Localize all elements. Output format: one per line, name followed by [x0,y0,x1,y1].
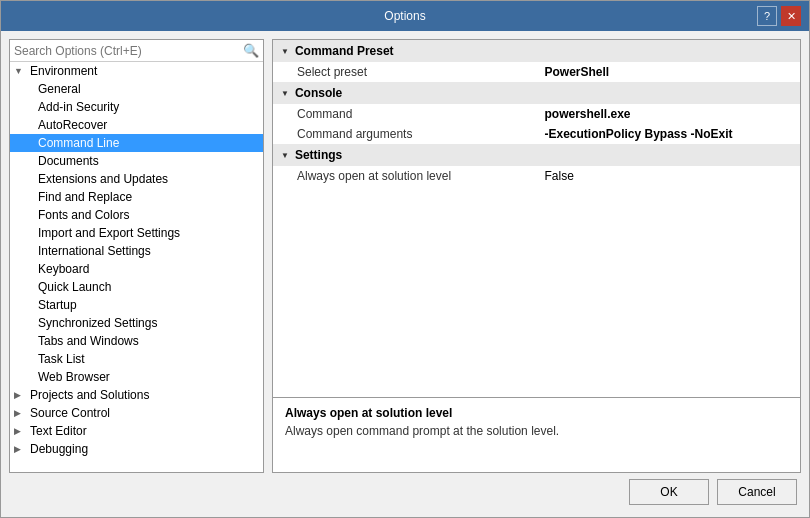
settings-row-command[interactable]: Command powershell.exe [273,104,800,124]
expand-arrow: ▼ [14,66,30,76]
tree-item-label: Task List [38,352,259,366]
tree-item-label: Keyboard [38,262,259,276]
tree-item-label: Environment [30,64,259,78]
tree-item-web-browser[interactable]: Web Browser [10,368,263,386]
expand-arrow: ▶ [14,390,30,400]
section-header-label: Settings [295,148,342,162]
dialog-title: Options [53,9,757,23]
settings-row-always-open[interactable]: Always open at solution level False [273,166,800,186]
tree-item-addin-security[interactable]: Add-in Security [10,98,263,116]
tree-item-international[interactable]: International Settings [10,242,263,260]
settings-panel: ▼ Command Preset Select preset PowerShel… [272,39,801,398]
dialog-content: 🔍 ▼ Environment General Add-in Security [9,39,801,473]
setting-value: False [545,169,793,183]
tree-item-documents[interactable]: Documents [10,152,263,170]
help-button[interactable]: ? [757,6,777,26]
section-header-label: Command Preset [295,44,394,58]
tree-item-label: Text Editor [30,424,259,438]
tree-item-label: Tabs and Windows [38,334,259,348]
tree-item-label: Documents [38,154,259,168]
section-collapse-icon: ▼ [281,89,289,98]
expand-arrow: ▶ [14,426,30,436]
tree-item-label: Web Browser [38,370,259,384]
tree-item-command-line[interactable]: Command Line [10,134,263,152]
section-collapse-icon: ▼ [281,151,289,160]
tree-item-task-list[interactable]: Task List [10,350,263,368]
setting-value: PowerShell [545,65,793,79]
expand-arrow: ▶ [14,408,30,418]
tree-item-label: Command Line [38,136,259,150]
tree-item-tabs-windows[interactable]: Tabs and Windows [10,332,263,350]
setting-key: Command [297,107,545,121]
tree-item-debugging[interactable]: ▶ Debugging [10,440,263,458]
tree-item-synchronized-settings[interactable]: Synchronized Settings [10,314,263,332]
dialog-footer: OK Cancel [9,473,801,509]
search-input[interactable] [14,44,243,58]
tree-item-general[interactable]: General [10,80,263,98]
settings-row-command-args[interactable]: Command arguments -ExecutionPolicy Bypas… [273,124,800,144]
section-header-console: ▼ Console [273,82,800,104]
right-panel: ▼ Command Preset Select preset PowerShel… [272,39,801,473]
section-header-command-preset: ▼ Command Preset [273,40,800,62]
section-header-label: Console [295,86,342,100]
tree-item-label: AutoRecover [38,118,259,132]
settings-row-select-preset[interactable]: Select preset PowerShell [273,62,800,82]
tree-item-startup[interactable]: Startup [10,296,263,314]
search-box[interactable]: 🔍 [10,40,263,62]
cancel-button[interactable]: Cancel [717,479,797,505]
tree-item-label: Synchronized Settings [38,316,259,330]
tree-item-label: Quick Launch [38,280,259,294]
tree-item-source-control[interactable]: ▶ Source Control [10,404,263,422]
tree-item-label: Fonts and Colors [38,208,259,222]
tree-item-label: Projects and Solutions [30,388,259,402]
setting-key: Command arguments [297,127,545,141]
tree-item-keyboard[interactable]: Keyboard [10,260,263,278]
tree-item-projects-solutions[interactable]: ▶ Projects and Solutions [10,386,263,404]
setting-value: powershell.exe [545,107,793,121]
tree-item-extensions-updates[interactable]: Extensions and Updates [10,170,263,188]
tree-item-label: General [38,82,259,96]
ok-button[interactable]: OK [629,479,709,505]
tree-item-label: Startup [38,298,259,312]
tree-item-find-replace[interactable]: Find and Replace [10,188,263,206]
description-panel: Always open at solution level Always ope… [272,398,801,473]
section-header-settings: ▼ Settings [273,144,800,166]
tree-item-label: Import and Export Settings [38,226,259,240]
tree-item-fonts-colors[interactable]: Fonts and Colors [10,206,263,224]
search-icon: 🔍 [243,43,259,58]
tree-item-environment[interactable]: ▼ Environment [10,62,263,80]
tree-view: ▼ Environment General Add-in Security Au… [10,62,263,472]
left-panel: 🔍 ▼ Environment General Add-in Security [9,39,264,473]
tree-item-label: Find and Replace [38,190,259,204]
tree-item-label: Debugging [30,442,259,456]
section-collapse-icon: ▼ [281,47,289,56]
setting-value: -ExecutionPolicy Bypass -NoExit [545,127,793,141]
expand-arrow: ▶ [14,444,30,454]
dialog-body: 🔍 ▼ Environment General Add-in Security [1,31,809,517]
title-bar: Options ? ✕ [1,1,809,31]
tree-item-label: Extensions and Updates [38,172,259,186]
tree-item-quick-launch[interactable]: Quick Launch [10,278,263,296]
tree-item-label: Source Control [30,406,259,420]
setting-key: Always open at solution level [297,169,545,183]
tree-item-autorecover[interactable]: AutoRecover [10,116,263,134]
close-button[interactable]: ✕ [781,6,801,26]
title-bar-controls: ? ✕ [757,6,801,26]
tree-item-label: International Settings [38,244,259,258]
tree-item-import-export[interactable]: Import and Export Settings [10,224,263,242]
description-text: Always open command prompt at the soluti… [285,424,788,438]
tree-item-label: Add-in Security [38,100,259,114]
tree-item-text-editor[interactable]: ▶ Text Editor [10,422,263,440]
options-dialog: Options ? ✕ 🔍 ▼ Environment [0,0,810,518]
description-title: Always open at solution level [285,406,788,420]
setting-key: Select preset [297,65,545,79]
